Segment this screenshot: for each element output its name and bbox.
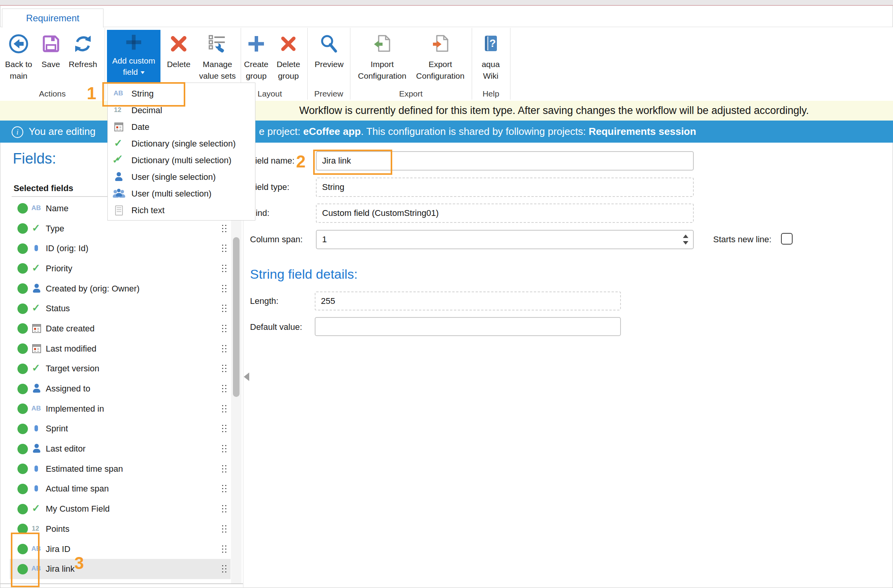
preview-button[interactable]: Preview: [312, 30, 346, 70]
button-label: Add custom: [107, 55, 160, 66]
menu-item-label: Dictionary (single selection): [131, 139, 236, 149]
field-row-label: Created by (orig: Owner): [46, 284, 140, 294]
manage-value-sets-button[interactable]: Manage value sets: [197, 30, 238, 82]
save-button[interactable]: Save: [38, 30, 64, 70]
ab-icon: [31, 203, 43, 214]
button-label: Delete: [273, 59, 303, 70]
drag-handle-icon[interactable]: [222, 225, 227, 233]
drag-handle-icon[interactable]: [222, 405, 227, 413]
field-row[interactable]: ID (orig: Id): [10, 238, 231, 259]
info-text-segment: Requirements session: [589, 126, 696, 137]
warning-text: Workflow is currently defined for this i…: [299, 101, 809, 121]
drag-handle-icon[interactable]: [222, 385, 227, 393]
import-configuration-button[interactable]: Import Configuration: [355, 30, 409, 82]
field-row-label: Estimated time span: [46, 464, 123, 474]
field-row[interactable]: Priority: [10, 259, 231, 279]
field-row[interactable]: Target version: [10, 359, 231, 379]
drag-handle-icon[interactable]: [222, 425, 227, 433]
field-row[interactable]: Last modified: [10, 339, 231, 359]
doc-icon: [113, 205, 125, 216]
field-row[interactable]: Type: [10, 219, 231, 239]
field-row-label: My Custom Field: [46, 504, 110, 514]
field-row[interactable]: Sprint: [10, 419, 231, 439]
delete-group-button[interactable]: Delete group: [273, 30, 303, 82]
drag-handle-icon[interactable]: [222, 245, 227, 252]
field-row-label: Assigned to: [46, 384, 90, 394]
aqua-wiki-button[interactable]: ? aqua Wiki: [476, 30, 505, 82]
delete-x-icon: [169, 34, 189, 54]
cal-icon: [113, 122, 125, 132]
delete-button[interactable]: Delete: [164, 30, 193, 70]
drag-handle-icon[interactable]: [222, 565, 227, 573]
delete-x-icon: [278, 34, 298, 54]
starts-new-line-checkbox[interactable]: [781, 233, 793, 245]
enabled-indicator: [17, 424, 28, 434]
pill-icon: [31, 424, 43, 434]
field-row[interactable]: Date created: [10, 319, 231, 339]
drag-handle-icon[interactable]: [222, 365, 227, 372]
field-row[interactable]: Status: [10, 298, 231, 319]
refresh-icon: [73, 34, 93, 54]
enabled-indicator: [17, 343, 28, 354]
drag-handle-icon[interactable]: [222, 305, 227, 312]
drag-handle-icon[interactable]: [222, 345, 227, 353]
menu-item-label: User (multi selection): [131, 189, 212, 199]
field-row[interactable]: Points: [10, 519, 231, 539]
drag-handle-icon[interactable]: [222, 465, 227, 473]
back-to-main-button[interactable]: Back to main: [4, 30, 33, 82]
check-icon: [31, 364, 43, 374]
annotation-number-3: 3: [74, 554, 84, 573]
button-label: Delete: [164, 59, 193, 70]
field-row[interactable]: Jira link: [10, 559, 231, 579]
menu-item-label: User (single selection): [131, 172, 216, 182]
menu-item[interactable]: User (multi selection): [108, 185, 255, 202]
drag-handle-icon[interactable]: [222, 445, 227, 453]
scrollbar-thumb[interactable]: [233, 237, 240, 397]
tab-requirement[interactable]: Requirement: [2, 9, 103, 28]
drag-handle-icon[interactable]: [222, 505, 227, 513]
selected-fields-list: Name Type ID (orig: Id) Priority Created…: [10, 198, 231, 579]
drag-handle-icon[interactable]: [222, 485, 227, 493]
menu-item[interactable]: User (single selection): [108, 169, 255, 185]
menu-item[interactable]: Dictionary (multi selection): [108, 152, 255, 169]
field-row[interactable]: Estimated time span: [10, 459, 231, 479]
collapse-panel-icon[interactable]: [244, 372, 249, 381]
refresh-button[interactable]: Refresh: [67, 30, 99, 70]
annotation-box-1: [102, 82, 185, 107]
drag-handle-icon[interactable]: [222, 545, 227, 553]
dropdown-caret-icon: [141, 71, 145, 74]
create-group-button[interactable]: Create group: [242, 30, 270, 82]
field-row[interactable]: Created by (orig: Owner): [10, 279, 231, 299]
pill-icon: [31, 243, 43, 253]
column-span-input[interactable]: 1: [316, 230, 694, 249]
menu-item-label: Rich text: [131, 205, 165, 216]
add-custom-field-button[interactable]: Add custom field: [107, 30, 160, 83]
drag-handle-icon[interactable]: [222, 525, 227, 533]
field-row[interactable]: Jira ID: [10, 539, 231, 559]
default-value-input[interactable]: [315, 317, 621, 336]
field-row[interactable]: Actual time span: [10, 479, 231, 499]
save-icon: [41, 34, 61, 54]
column-span-label: Column span:: [250, 235, 303, 245]
menu-item[interactable]: Dictionary (single selection): [108, 135, 255, 152]
menu-item[interactable]: Rich text: [108, 202, 255, 219]
field-row[interactable]: Last editor: [10, 439, 231, 459]
field-row[interactable]: My Custom Field: [10, 499, 231, 519]
drag-handle-icon[interactable]: [222, 285, 227, 293]
field-row[interactable]: Assigned to: [10, 379, 231, 399]
button-label: Create: [242, 59, 270, 70]
export-configuration-button[interactable]: Export Configuration: [413, 30, 467, 82]
field-row[interactable]: Implemented in: [10, 399, 231, 419]
menu-item[interactable]: Date: [108, 119, 255, 135]
num-icon: [113, 105, 125, 116]
field-type-input: String: [316, 178, 694, 197]
drag-handle-icon[interactable]: [222, 265, 227, 272]
check-icon: [31, 303, 43, 314]
spinner-arrows-icon[interactable]: [681, 232, 691, 247]
drag-handle-icon[interactable]: [222, 325, 227, 333]
info-text-segment: eCoffee app: [303, 126, 361, 137]
fields-heading: Fields:: [13, 150, 56, 167]
field-row-label: Last modified: [46, 344, 97, 354]
button-label: Preview: [312, 59, 346, 70]
users-icon: [113, 189, 125, 199]
